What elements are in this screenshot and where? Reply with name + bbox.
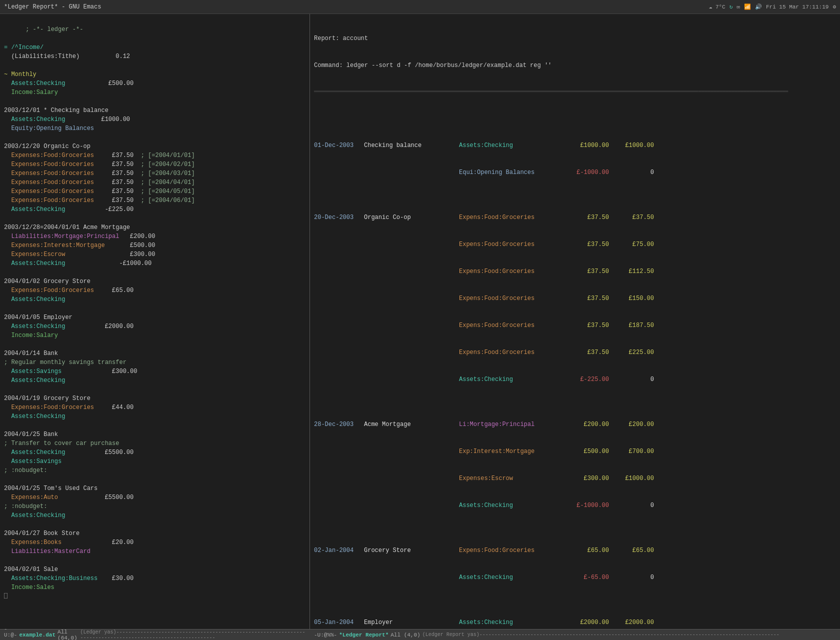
report-header: Report: account bbox=[314, 34, 836, 43]
left-minor-mode: (Ledger yas)----------------------------… bbox=[80, 630, 306, 640]
left-pane[interactable]: ; -*- ledger -*- = /^Income/ (Liabilitie… bbox=[0, 14, 310, 629]
volume-icon[interactable]: 🔊 bbox=[755, 4, 762, 10]
left-info: All (64,0) bbox=[58, 629, 78, 640]
right-pane[interactable]: Report: account Command: ledger --sort d… bbox=[310, 14, 840, 629]
main-container: ; -*- ledger -*- = /^Income/ (Liabilitie… bbox=[0, 14, 840, 629]
report-content: Report: account Command: ledger --sort d… bbox=[310, 14, 840, 629]
mail-icon[interactable]: ✉ bbox=[736, 4, 740, 10]
left-filename: example.dat bbox=[19, 632, 56, 638]
report-row: Expens:Food:Groceries £37.50 £225.00 bbox=[314, 348, 836, 357]
report-row: Expens:Food:Groceries £37.50 £150.00 bbox=[314, 294, 836, 303]
right-filename: *Ledger Report* bbox=[339, 632, 388, 638]
report-row: Expens:Food:Groceries £37.50 £112.50 bbox=[314, 267, 836, 276]
right-mode: -U:@%%- bbox=[314, 632, 337, 638]
network-icon[interactable]: 📶 bbox=[744, 4, 751, 10]
report-row: Assets:Checking £-65.00 0 bbox=[314, 573, 836, 582]
settings-icon[interactable]: ⚙ bbox=[832, 4, 836, 10]
report-row: Expenses:Escrow £300.00 £1000.00 bbox=[314, 474, 836, 483]
titlebar-title: *Ledger Report* - GNU Emacs bbox=[4, 4, 101, 10]
report-row: Assets:Checking £-225.00 0 bbox=[314, 375, 836, 384]
titlebar: *Ledger Report* - GNU Emacs ☁ 7°C ↻ ✉ 📶 … bbox=[0, 0, 840, 14]
report-command: Command: ledger --sort d -f /home/borbus… bbox=[314, 61, 836, 70]
report-row: 02-Jan-2004 Grocery Store Expens:Food:Gr… bbox=[314, 546, 836, 555]
left-mode: -U:@-- bbox=[4, 626, 17, 640]
refresh-icon[interactable]: ↻ bbox=[730, 4, 733, 10]
statusbar-left: -U:@-- example.dat All (64,0) (Ledger ya… bbox=[0, 626, 310, 640]
report-row: 28-Dec-2003 Acme Mortgage Li:Mortgage:Pr… bbox=[314, 420, 836, 429]
report-row: Expens:Food:Groceries £37.50 £187.50 bbox=[314, 321, 836, 330]
statusbar-right: -U:@%%- *Ledger Report* All (4,0) (Ledge… bbox=[310, 632, 840, 638]
report-row: Equi:Opening Balances £-1000.00 0 bbox=[314, 168, 836, 177]
weather-display: ☁ 7°C bbox=[709, 4, 726, 10]
right-info: All (4,0) bbox=[390, 632, 420, 638]
report-row: 01-Dec-2003 Checking balance Assets:Chec… bbox=[314, 141, 836, 150]
report-row: Exp:Interest:Mortgage £500.00 £700.00 bbox=[314, 447, 836, 456]
report-divider: ════════════════════════════════════════… bbox=[314, 88, 836, 96]
editor-content: ; -*- ledger -*- = /^Income/ (Liabilitie… bbox=[0, 14, 310, 629]
titlebar-right: ☁ 7°C ↻ ✉ 📶 🔊 Fri 15 Mar 17:11:19 ⚙ bbox=[709, 4, 836, 10]
right-minor-mode: (Ledger Report yas)---------------------… bbox=[422, 632, 780, 638]
report-row: Expens:Food:Groceries £37.50 £75.00 bbox=[314, 240, 836, 249]
datetime-display: Fri 15 Mar 17:11:19 bbox=[766, 4, 828, 10]
report-row: 20-Dec-2003 Organic Co-op Expens:Food:Gr… bbox=[314, 213, 836, 222]
statusbar: -U:@-- example.dat All (64,0) (Ledger ya… bbox=[0, 629, 840, 640]
report-row: Assets:Checking £-1000.00 0 bbox=[314, 501, 836, 510]
report-row: 05-Jan-2004 Employer Assets:Checking £20… bbox=[314, 618, 836, 627]
